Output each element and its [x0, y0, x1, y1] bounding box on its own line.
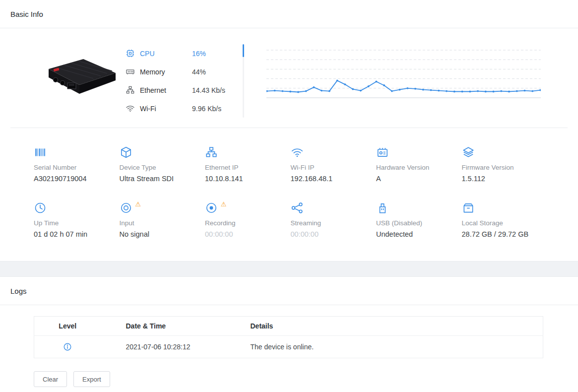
- log-row: 2021-07-06 10:28:12 The device is online…: [34, 336, 543, 358]
- stats-scrollbar-thumb[interactable]: [243, 44, 244, 57]
- logs-header-level: Level: [34, 317, 101, 336]
- field-label: Recording: [205, 219, 287, 227]
- logs-section: Logs Level Date & Time Details 2021-07-0…: [0, 277, 578, 387]
- field-serial-number: Serial Number A302190719004: [34, 146, 116, 183]
- network-icon: [205, 146, 218, 159]
- field-value: 10.10.8.141: [205, 175, 287, 183]
- clear-button[interactable]: Clear: [34, 371, 67, 387]
- stat-value: 9.96 Kb/s: [192, 105, 221, 113]
- field-recording: ⚠ Recording 00:00:00: [205, 201, 287, 238]
- field-label: Streaming: [291, 219, 373, 227]
- field-label: Local Storage: [462, 219, 544, 227]
- stat-label: CPU: [140, 50, 187, 58]
- field-label: Firmware Version: [462, 164, 544, 171]
- field-label: Wi-Fi IP: [291, 164, 373, 171]
- field-usb: USB (Disabled) Undetected: [376, 201, 458, 238]
- field-value: 28.72 GB / 29.72 GB: [462, 230, 544, 238]
- field-hardware-version: Hardware Version A: [376, 146, 458, 183]
- usb-icon: [376, 201, 389, 214]
- field-up-time: Up Time 01 d 02 h 07 min: [34, 201, 116, 238]
- input-signal-icon: [120, 201, 132, 214]
- log-datetime: 2021-07-06 10:28:12: [101, 336, 243, 358]
- barcode-icon: [34, 146, 47, 159]
- stat-label: Wi-Fi: [140, 105, 187, 113]
- field-streaming: Streaming 00:00:00: [291, 201, 373, 238]
- hardware-board-icon: [376, 146, 389, 159]
- warning-icon: ⚠: [221, 201, 227, 208]
- field-local-storage: Local Storage 28.72 GB / 29.72 GB: [462, 201, 544, 238]
- clock-icon: [34, 201, 47, 214]
- stat-row-ethernet[interactable]: Ethernet 14.43 Kb/s: [125, 81, 237, 99]
- field-value: Ultra Stream SDI: [120, 175, 201, 183]
- device-image: [34, 54, 118, 101]
- wifi-icon: [125, 104, 135, 114]
- field-value: 01 d 02 h 07 min: [34, 230, 116, 238]
- layers-icon: [462, 146, 475, 159]
- export-button[interactable]: Export: [73, 371, 110, 387]
- field-device-type: Device Type Ultra Stream SDI: [120, 146, 201, 183]
- field-label: Up Time: [34, 219, 116, 227]
- field-value: No signal: [120, 230, 201, 238]
- field-wifi-ip: Wi-Fi IP 192.168.48.1: [291, 146, 373, 183]
- field-value: 192.168.48.1: [291, 175, 373, 183]
- section-gap: [0, 261, 578, 277]
- field-value: A302190719004: [34, 175, 116, 183]
- stat-value: 14.43 Kb/s: [192, 86, 225, 94]
- logs-title: Logs: [0, 277, 578, 305]
- field-value: Undetected: [376, 230, 458, 238]
- field-label: Input: [120, 219, 201, 227]
- stat-row-memory[interactable]: Memory 44%: [125, 63, 237, 81]
- memory-icon: [125, 67, 135, 77]
- overview-row: CPU 16% Memory 44%: [0, 28, 578, 118]
- field-label: Serial Number: [34, 164, 116, 171]
- stat-row-cpu[interactable]: CPU 16%: [125, 44, 237, 63]
- stats-list: CPU 16% Memory 44%: [125, 44, 237, 118]
- field-input: ⚠ Input No signal: [120, 201, 201, 238]
- field-label: Device Type: [120, 164, 201, 171]
- field-value: 00:00:00: [205, 230, 287, 238]
- basic-info-title: Basic Info: [0, 0, 578, 28]
- device-field-grid: Serial Number A302190719004 Device Type …: [0, 128, 578, 261]
- wifi-icon: [291, 146, 304, 159]
- ethernet-icon: [125, 85, 135, 95]
- logs-table: Level Date & Time Details 2021-07-06 10:…: [34, 316, 543, 358]
- cube-icon: [120, 146, 132, 159]
- stat-value: 16%: [192, 50, 206, 58]
- basic-info-section: Basic Info: [0, 0, 578, 261]
- logs-actions: Clear Export: [34, 371, 578, 387]
- log-details: The device is online.: [243, 336, 543, 358]
- field-label: Hardware Version: [376, 164, 458, 171]
- field-ethernet-ip: Ethernet IP 10.10.8.141: [205, 146, 287, 183]
- field-label: USB (Disabled): [376, 219, 458, 227]
- stats-scrollbar[interactable]: [243, 44, 244, 118]
- cpu-icon: [125, 49, 135, 59]
- stat-label: Memory: [140, 68, 187, 76]
- cpu-usage-chart: [266, 47, 543, 105]
- warning-icon: ⚠: [135, 201, 141, 208]
- logs-header-row: Level Date & Time Details: [34, 317, 543, 336]
- field-value: 1.5.112: [462, 175, 544, 183]
- logs-header-details: Details: [243, 317, 543, 336]
- stat-value: 44%: [192, 68, 206, 76]
- field-value: 00:00:00: [291, 230, 373, 238]
- stat-row-wifi[interactable]: Wi-Fi 9.96 Kb/s: [125, 99, 237, 118]
- logs-header-datetime: Date & Time: [101, 317, 243, 336]
- info-icon: [63, 342, 72, 351]
- share-nodes-icon: [291, 201, 304, 214]
- record-icon: [205, 201, 218, 214]
- field-label: Ethernet IP: [205, 164, 287, 171]
- storage-box-icon: [462, 201, 475, 214]
- field-firmware-version: Firmware Version 1.5.112: [462, 146, 544, 183]
- field-value: A: [376, 175, 458, 183]
- stat-label: Ethernet: [140, 86, 187, 94]
